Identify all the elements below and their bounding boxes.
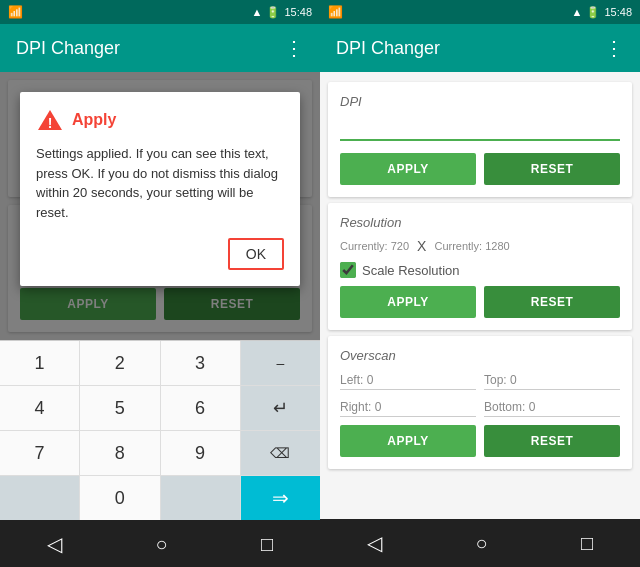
home-button-right[interactable]: ○: [475, 532, 487, 555]
keyboard-row-2: 4 5 6 ↵: [0, 386, 320, 431]
recents-button-right[interactable]: □: [581, 532, 593, 555]
overscan-label: Overscan: [340, 348, 620, 363]
right-panel: 📶 ▲ 🔋 15:48 DPI Changer ⋮ DPI APPLY RESE…: [320, 0, 640, 567]
apply-btn-dpi-right[interactable]: APPLY: [340, 153, 476, 185]
dialog-message: Settings applied. If you can see this te…: [36, 144, 284, 222]
apply-btn-overscan[interactable]: APPLY: [340, 425, 476, 457]
keyboard-row-1: 1 2 3 –: [0, 341, 320, 386]
dialog-ok-button[interactable]: OK: [228, 238, 284, 270]
right-field: Right: 0: [340, 398, 476, 417]
dialog-title-text: Apply: [72, 111, 116, 129]
battery-icon-right: 🔋: [586, 6, 600, 19]
key-backspace[interactable]: ⌫: [241, 431, 320, 475]
key-enter[interactable]: ↵: [241, 386, 320, 430]
key-empty-right: [161, 476, 241, 520]
key-9[interactable]: 9: [161, 431, 241, 475]
key-go[interactable]: ⇒: [241, 476, 320, 520]
keyboard-row-3: 7 8 9 ⌫: [0, 431, 320, 476]
warning-icon: !: [36, 108, 64, 132]
home-button-left[interactable]: ○: [155, 533, 167, 556]
key-5[interactable]: 5: [80, 386, 160, 430]
dialog-title-row: ! Apply: [36, 108, 284, 132]
left-field: Left: 0: [340, 371, 476, 390]
dpi-input-right[interactable]: [340, 117, 620, 141]
keyboard: 1 2 3 – 4 5 6 ↵ 7 8 9 ⌫ 0 ⇒: [0, 340, 320, 520]
key-0[interactable]: 0: [80, 476, 160, 520]
right-content: DPI APPLY RESET Resolution Currently: 72…: [320, 72, 640, 519]
svg-text:!: !: [48, 115, 53, 131]
back-button-left[interactable]: ◁: [47, 532, 62, 556]
app-bar-left: DPI Changer ⋮: [0, 24, 320, 72]
status-icons-right: ▲ 🔋 15:48: [252, 6, 312, 19]
resolution-label-right: Resolution: [340, 215, 620, 230]
nav-bar-left: ◁ ○ □: [0, 520, 320, 567]
res-btn-row-right: APPLY RESET: [340, 286, 620, 318]
key-2[interactable]: 2: [80, 341, 160, 385]
status-icons-right-right: ▲ 🔋 15:48: [572, 6, 632, 19]
reset-btn-res-right[interactable]: RESET: [484, 286, 620, 318]
top-field: Top: 0: [484, 371, 620, 390]
app-title-right: DPI Changer: [336, 38, 440, 59]
key-8[interactable]: 8: [80, 431, 160, 475]
key-6[interactable]: 6: [161, 386, 241, 430]
left-panel: 📶 ▲ 🔋 15:48 DPI Changer ⋮ DPI APPLY RESE…: [0, 0, 320, 567]
reset-btn-dpi-right[interactable]: RESET: [484, 153, 620, 185]
signal-icon-right: 📶: [328, 5, 343, 19]
keyboard-row-4: 0 ⇒: [0, 476, 320, 520]
time-right: 15:48: [604, 6, 632, 18]
wifi-icon-right: ▲: [572, 6, 583, 18]
status-icons-right-left: 📶: [328, 5, 343, 19]
key-1[interactable]: 1: [0, 341, 80, 385]
scale-label-right: Scale Resolution: [362, 263, 460, 278]
resolution-1280-right: Currently: 1280: [434, 240, 509, 252]
overflow-menu-right[interactable]: ⋮: [604, 36, 624, 60]
resolution-720-right: Currently: 720: [340, 240, 409, 252]
status-bar-left: 📶 ▲ 🔋 15:48: [0, 0, 320, 24]
bottom-field: Bottom: 0: [484, 398, 620, 417]
key-4[interactable]: 4: [0, 386, 80, 430]
back-button-right[interactable]: ◁: [367, 531, 382, 555]
scale-checkbox-right[interactable]: [340, 262, 356, 278]
app-bar-right: DPI Changer ⋮: [320, 24, 640, 72]
dialog-overlay: ! Apply Settings applied. If you can see…: [0, 72, 320, 340]
overflow-menu-left[interactable]: ⋮: [284, 36, 304, 60]
key-minus[interactable]: –: [241, 341, 320, 385]
key-7[interactable]: 7: [0, 431, 80, 475]
dialog-actions: OK: [36, 238, 284, 270]
resolution-inputs-right: Currently: 720 X Currently: 1280: [340, 238, 620, 254]
battery-icon: 🔋: [266, 6, 280, 19]
overscan-section: Overscan Left: 0 Top: 0 Right: 0 Bottom:…: [328, 336, 632, 469]
dpi-label-right: DPI: [340, 94, 620, 109]
key-3[interactable]: 3: [161, 341, 241, 385]
status-bar-right: 📶 ▲ 🔋 15:48: [320, 0, 640, 24]
key-empty-left: [0, 476, 80, 520]
left-content: DPI APPLY RESET Resolution Currently 720…: [0, 72, 320, 340]
status-icons-left: 📶: [8, 5, 23, 19]
time-left: 15:48: [284, 6, 312, 18]
overscan-btn-row: APPLY RESET: [340, 425, 620, 457]
signal-icon: 📶: [8, 5, 23, 19]
overscan-row-2: Right: 0 Bottom: 0: [340, 398, 620, 417]
scale-row-right: Scale Resolution: [340, 262, 620, 278]
dpi-section-right: DPI APPLY RESET: [328, 82, 632, 197]
nav-bar-right: ◁ ○ □: [320, 519, 640, 567]
dpi-btn-row-right: APPLY RESET: [340, 153, 620, 185]
apply-btn-res-right[interactable]: APPLY: [340, 286, 476, 318]
wifi-icon: ▲: [252, 6, 263, 18]
recents-button-left[interactable]: □: [261, 533, 273, 556]
overscan-row-1: Left: 0 Top: 0: [340, 371, 620, 390]
app-title-left: DPI Changer: [16, 38, 120, 59]
apply-dialog: ! Apply Settings applied. If you can see…: [20, 92, 300, 286]
resolution-x-right: X: [417, 238, 426, 254]
reset-btn-overscan[interactable]: RESET: [484, 425, 620, 457]
resolution-section-right: Resolution Currently: 720 X Currently: 1…: [328, 203, 632, 330]
